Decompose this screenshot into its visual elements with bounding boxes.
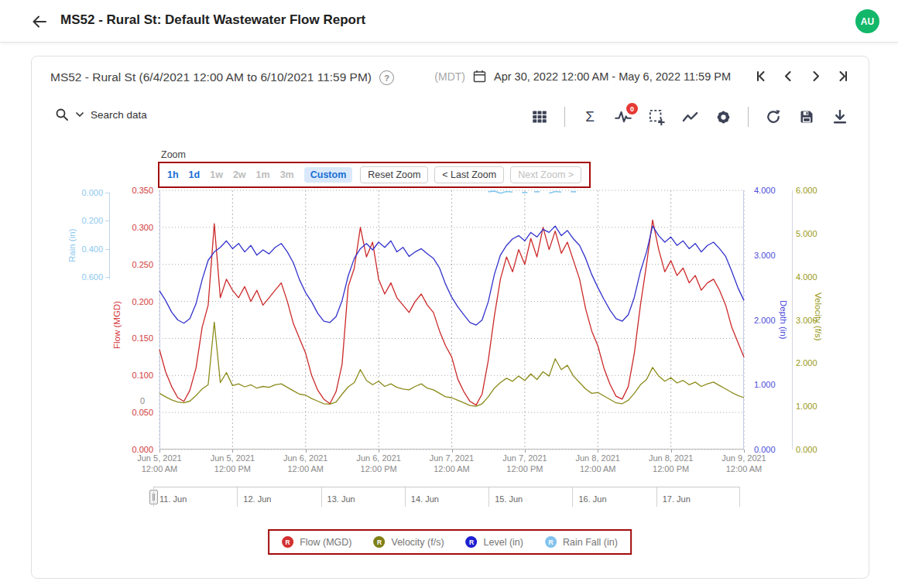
velocity-axis-tick: 4.000 [796,272,833,282]
settings-gear-icon[interactable] [715,108,732,125]
rain-series-line [488,191,512,193]
velocity-axis-title: Velocity (f/s) [814,292,823,341]
legend-item-level-in[interactable]: RLevel (in) [466,536,523,548]
prev-page-icon[interactable] [783,70,794,82]
legend-item-rain-fall-in[interactable]: RRain Fall (in) [545,536,618,548]
avatar[interactable]: AU [855,9,879,33]
alert-count-badge: 0 [625,101,639,116]
zoom-preset-3m[interactable]: 3m [280,169,294,180]
help-icon[interactable]: ? [379,70,394,85]
x-axis-tick-mark [598,450,598,453]
x-axis-tick-mark [232,450,233,453]
legend-item-velocity-f-s[interactable]: RVelocity (f/s) [374,536,444,548]
search-icon[interactable] [55,108,69,121]
legend-label: Velocity (f/s) [392,537,444,548]
zoom-preset-1m[interactable]: 1m [256,169,270,180]
navigator-day-label: 11. Jun [159,494,187,504]
x-axis-tick: Jun 5, 202112:00 AM [125,453,194,474]
flow-axis-tick: 0.350 [116,185,153,196]
navigator-separator [237,487,238,507]
navigator-separator [153,487,154,507]
save-icon[interactable] [798,108,815,125]
app-window: MS52 - Rural St: Default Wastewater Flow… [0,0,898,588]
legend-marker-icon: R [282,536,293,548]
date-range-text[interactable]: Apr 30, 2022 12:00 AM - May 6, 2022 11:5… [494,70,731,83]
zoom-preset-1d[interactable]: 1d [189,169,201,180]
legend-label: Rain Fall (in) [563,537,618,548]
flow-axis-tick: 0.050 [116,407,153,418]
select-area-icon[interactable] [648,108,665,125]
navigator-day-label: 12. Jun [243,494,271,504]
flow-axis-title: Flow (MGD) [112,301,122,349]
summation-icon[interactable]: Σ [581,108,598,125]
next-page-icon[interactable] [810,70,821,82]
navigator-separator [656,487,657,507]
legend-marker-icon: R [374,536,386,548]
first-page-icon[interactable] [756,70,767,82]
velocity-axis-tick: 0.000 [796,444,833,455]
last-page-icon[interactable] [837,70,848,82]
refresh-icon[interactable] [765,108,782,125]
x-axis-tick-mark [744,450,745,453]
last-zoom-button[interactable]: < Last Zoom [434,166,504,183]
depth-axis-title: Depth (in) [779,300,788,340]
depth-axis-tick: 1.000 [754,379,791,390]
zoom-preset-custom[interactable]: Custom [304,167,353,183]
zero-tick-extra: 0 [131,396,145,405]
flow-axis-tick: 0.200 [116,296,153,307]
x-axis-tick-mark [525,450,526,453]
velocity-axis-line [792,190,793,450]
chart-legend: RFlow (MGD)RVelocity (f/s)RLevel (in)RRa… [268,529,632,555]
table-view-icon[interactable] [531,108,548,125]
rain-series-line [549,192,561,193]
rain-axis-bracket-tick [105,193,110,193]
legend-item-flow-mgd[interactable]: RFlow (MGD) [282,536,351,548]
flow-monitor-icon[interactable]: 0 [615,108,632,125]
zoom-preset-1h[interactable]: 1h [167,169,179,180]
next-zoom-button[interactable]: Next Zoom > [510,166,581,183]
search-bar[interactable]: Search data [55,108,147,121]
chart-plot-area[interactable] [159,190,744,450]
navigator-day-label: 17. Jun [663,494,691,504]
back-arrow-icon[interactable] [29,12,50,32]
x-axis-tick-mark [306,450,307,453]
timezone-label: (MDT) [434,70,465,83]
top-app-bar: MS52 - Rural St: Default Wastewater Flow… [0,0,898,43]
zoom-section-label: Zoom [161,149,186,160]
zoom-preset-2w[interactable]: 2w [233,169,246,180]
reset-zoom-button[interactable]: Reset Zoom [360,166,428,183]
rain-axis-bracket-tick [105,249,110,250]
navigator-separator [405,487,406,507]
zoom-presets: 1h1d1w2w1m3mCustom [167,167,352,183]
calendar-icon[interactable] [473,70,486,83]
report-card: MS52 - Rural St (6/4/2021 12:00 AM to 6/… [31,56,869,579]
x-axis-tick: Jun 8, 202112:00 PM [636,453,706,474]
timeline-navigator[interactable]: 11. Jun12. Jun13. Jun14. Jun15. Jun16. J… [153,487,740,512]
x-axis-tick: Jun 8, 202112:00 AM [563,453,632,474]
flow-axis-tick: 0.300 [116,222,153,233]
flow-axis-tick: 0.150 [116,333,153,344]
navigator-separator [739,487,740,507]
search-input[interactable]: Search data [91,109,147,121]
navigator-day-label: 15. Jun [495,494,523,504]
chevron-down-icon[interactable] [75,110,84,119]
navigator-separator [321,487,322,507]
navigator-separator [572,487,573,507]
date-range-controls: (MDT) Apr 30, 2022 12:00 AM - May 6, 202… [434,70,848,83]
zoom-controls-box: 1h1d1w2w1m3mCustom Reset Zoom< Last Zoom… [158,162,591,188]
page-title: MS52 - Rural St: Default Wastewater Flow… [60,12,365,28]
x-axis-tick-mark [452,450,453,453]
x-axis-tick: Jun 6, 202112:00 AM [271,453,341,474]
x-axis-tick: Jun 9, 202112:00 AM [709,453,779,474]
x-axis-tick: Jun 7, 202112:00 AM [417,453,487,474]
toolbar-divider [748,107,749,127]
depth-axis-tick: 4.000 [754,185,791,196]
trend-line-icon[interactable] [681,108,698,125]
rain-axis-tick: 0.600 [72,272,103,282]
zoom-preset-1w[interactable]: 1w [210,169,223,180]
x-axis-tick-mark [671,450,672,453]
x-axis-tick-mark [379,450,379,453]
rain-axis-title: Rain (in) [67,229,77,262]
rain-axis-bracket-tick [105,277,110,278]
download-icon[interactable] [831,108,848,125]
